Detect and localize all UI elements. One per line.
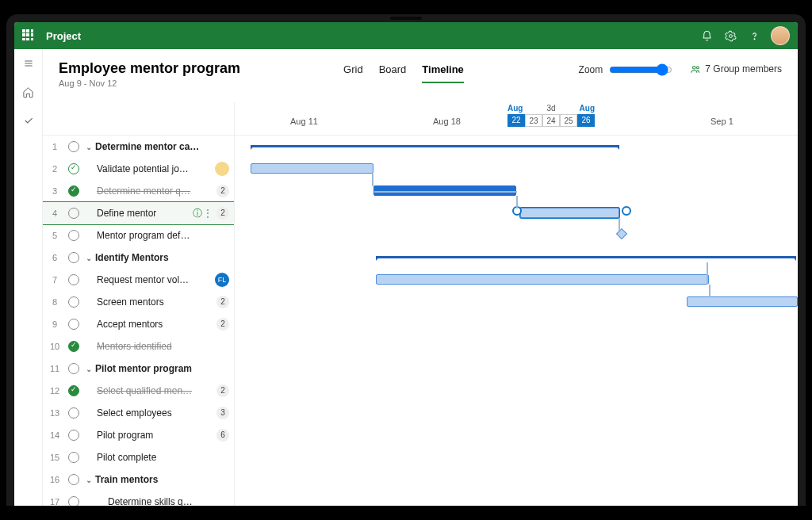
user-avatar[interactable] bbox=[771, 26, 790, 45]
date-aug18: Aug 18 bbox=[433, 117, 461, 126]
date-range-selector[interactable]: Aug 3d Aug 22 23 24 25 26 bbox=[508, 104, 595, 127]
task-name: Identify Mentors bbox=[95, 252, 229, 263]
task-name: Determine mentor q… bbox=[97, 185, 216, 197]
chevron-down-icon[interactable]: ⌄ bbox=[86, 143, 92, 151]
menu-icon[interactable] bbox=[19, 54, 38, 73]
assignee-avatar[interactable] bbox=[215, 162, 229, 176]
count-badge: 2 bbox=[216, 384, 229, 397]
task-row[interactable]: 6⌄Identify Mentors bbox=[43, 247, 234, 269]
task-status-circle[interactable] bbox=[68, 319, 79, 330]
home-icon[interactable] bbox=[19, 82, 38, 101]
task-name: Determine mentor ca… bbox=[95, 141, 229, 152]
group-members[interactable]: 7 Group members bbox=[690, 63, 782, 75]
zoom-slider[interactable] bbox=[609, 63, 672, 76]
task-row[interactable]: 4Define mentorⓘ⋮2 bbox=[43, 202, 234, 224]
svg-point-1 bbox=[754, 38, 755, 39]
task-name: Accept mentors bbox=[97, 319, 216, 330]
task-name: Mentors identified bbox=[97, 341, 229, 352]
task-row[interactable]: 1⌄Determine mentor ca… bbox=[43, 136, 234, 158]
row-number: 4 bbox=[48, 208, 62, 218]
tab-board[interactable]: Board bbox=[379, 63, 407, 83]
task-status-circle[interactable] bbox=[68, 341, 79, 352]
info-icon[interactable]: ⓘ bbox=[193, 207, 202, 220]
page-title: Employee mentor program bbox=[59, 60, 240, 77]
count-badge: 2 bbox=[216, 296, 229, 308]
task-row[interactable]: 5Mentor program def… bbox=[43, 224, 234, 247]
task-row[interactable]: 12Select qualified men…2 bbox=[43, 380, 234, 402]
task-name: Request mentor vol… bbox=[97, 274, 215, 285]
task-row[interactable]: 8Screen mentors2 bbox=[43, 291, 234, 313]
task-status-circle[interactable] bbox=[68, 252, 79, 263]
task-row[interactable]: 9Accept mentors2 bbox=[43, 313, 234, 335]
task-status-circle[interactable] bbox=[68, 385, 79, 396]
assignee-avatar[interactable]: FL bbox=[215, 273, 229, 287]
task-status-circle[interactable] bbox=[68, 274, 79, 285]
task-row[interactable]: 16⌄Train mentors bbox=[43, 468, 234, 491]
svg-point-3 bbox=[697, 67, 699, 69]
row-number: 2 bbox=[48, 164, 62, 174]
task-name: Mentor program def… bbox=[97, 230, 229, 241]
task-row[interactable]: 3Determine mentor q…2 bbox=[43, 180, 234, 202]
task-status-circle[interactable] bbox=[68, 430, 79, 441]
check-icon[interactable] bbox=[19, 111, 38, 130]
row-number: 5 bbox=[48, 231, 62, 240]
task-status-circle[interactable] bbox=[68, 474, 79, 485]
gantt-bar[interactable] bbox=[251, 163, 373, 174]
svg-point-0 bbox=[729, 34, 732, 37]
task-name: Validate potential jo… bbox=[97, 163, 215, 174]
task-status-circle[interactable] bbox=[68, 407, 79, 419]
zoom-label: Zoom bbox=[579, 64, 603, 75]
help-icon[interactable] bbox=[742, 24, 766, 48]
chevron-down-icon[interactable]: ⌄ bbox=[86, 254, 92, 262]
task-status-circle[interactable] bbox=[68, 452, 79, 463]
task-name: Pilot program bbox=[97, 430, 216, 441]
gantt-bar[interactable] bbox=[687, 296, 798, 307]
view-tabs: Grid Board Timeline bbox=[343, 63, 464, 83]
task-name: Select employees bbox=[97, 407, 216, 419]
task-name: Train mentors bbox=[95, 474, 229, 485]
gear-icon[interactable] bbox=[718, 24, 742, 48]
row-number: 13 bbox=[48, 408, 62, 418]
task-row[interactable]: 13Select employees3 bbox=[43, 402, 234, 424]
task-status-circle[interactable] bbox=[68, 363, 79, 374]
task-status-circle[interactable] bbox=[68, 296, 79, 308]
bell-icon[interactable] bbox=[695, 24, 718, 48]
count-badge: 3 bbox=[216, 407, 229, 419]
task-status-circle[interactable] bbox=[68, 208, 79, 219]
gantt-chart[interactable] bbox=[235, 136, 798, 506]
task-row[interactable]: 14Pilot program6 bbox=[43, 424, 234, 446]
row-number: 16 bbox=[48, 475, 62, 484]
task-name: Screen mentors bbox=[97, 296, 216, 308]
tab-timeline[interactable]: Timeline bbox=[422, 63, 464, 83]
tab-grid[interactable]: Grid bbox=[343, 63, 363, 83]
task-row[interactable]: 7Request mentor vol…FL bbox=[43, 269, 234, 291]
app-launcher-icon[interactable] bbox=[22, 29, 35, 42]
count-badge: 2 bbox=[216, 207, 229, 220]
task-row[interactable]: 17Determine skills g… bbox=[43, 491, 234, 506]
chevron-down-icon[interactable]: ⌄ bbox=[86, 476, 92, 484]
task-status-circle[interactable] bbox=[68, 163, 79, 174]
svg-point-2 bbox=[693, 67, 696, 70]
task-row[interactable]: 2Validate potential jo… bbox=[43, 158, 234, 180]
task-row[interactable]: 11⌄Pilot mentor program bbox=[43, 358, 234, 380]
chevron-down-icon[interactable]: ⌄ bbox=[86, 365, 92, 373]
more-icon[interactable]: ⋮ bbox=[202, 207, 213, 220]
gantt-handle[interactable] bbox=[622, 206, 631, 216]
task-status-circle[interactable] bbox=[68, 230, 79, 241]
gantt-bar[interactable] bbox=[251, 145, 619, 147]
task-name: Select qualified men… bbox=[97, 385, 216, 396]
gantt-bar-selected[interactable] bbox=[520, 208, 619, 218]
task-row[interactable]: 15Pilot complete bbox=[43, 446, 234, 468]
gantt-bar[interactable] bbox=[376, 256, 796, 258]
row-number: 11 bbox=[48, 364, 62, 373]
gantt-bar[interactable] bbox=[376, 274, 709, 285]
task-status-circle[interactable] bbox=[68, 141, 79, 152]
task-status-circle[interactable] bbox=[68, 496, 79, 506]
task-name: Determine skills g… bbox=[108, 496, 229, 506]
task-row[interactable]: 10Mentors identified bbox=[43, 335, 234, 358]
count-badge: 2 bbox=[216, 185, 229, 197]
task-status-circle[interactable] bbox=[68, 185, 79, 197]
date-range: Aug 9 - Nov 12 bbox=[59, 78, 240, 88]
task-name: Pilot mentor program bbox=[95, 363, 229, 374]
count-badge: 2 bbox=[216, 318, 229, 331]
